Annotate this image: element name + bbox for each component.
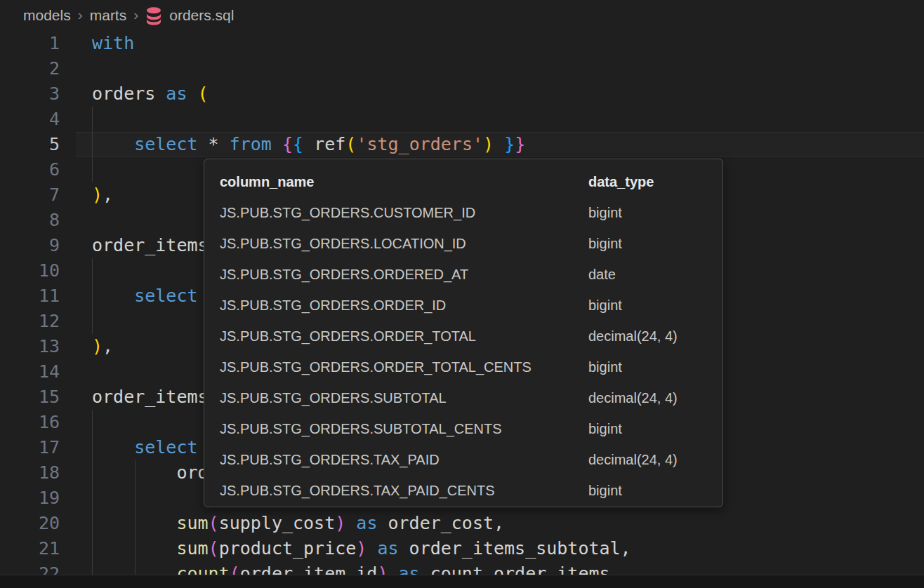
data-type-cell: date	[588, 259, 722, 290]
code-text: select	[92, 435, 198, 460]
line-number: 9	[0, 233, 60, 258]
hover-table-header: column_namedata_type	[220, 166, 722, 197]
line-number: 18	[0, 460, 60, 486]
line-number: 13	[0, 334, 60, 359]
code-line-20[interactable]: 20 sum(supply_cost) as order_cost,	[0, 511, 924, 536]
hover-popup: column_namedata_typeJS.PUB.STG_ORDERS.CU…	[204, 159, 723, 507]
breadcrumb-separator-icon: ›	[78, 6, 83, 23]
data-type-cell: decimal(24, 4)	[588, 382, 722, 413]
column-name-cell: JS.PUB.STG_ORDERS.ORDER_TOTAL_CENTS	[220, 352, 588, 382]
line-number: 11	[0, 283, 60, 309]
code-text: with	[92, 31, 134, 56]
database-icon	[146, 7, 161, 26]
column-name-cell: JS.PUB.STG_ORDERS.SUBTOTAL_CENTS	[220, 413, 588, 444]
line-number: 20	[0, 511, 60, 536]
column-name-cell: JS.PUB.STG_ORDERS.ORDER_TOTAL	[220, 321, 588, 352]
breadcrumb: models › marts › orders.sql	[0, 0, 924, 31]
hover-table-row: JS.PUB.STG_ORDERS.ORDERED_ATdate	[220, 259, 722, 290]
hover-table-row: JS.PUB.STG_ORDERS.TAX_PAIDdecimal(24, 4)	[220, 444, 722, 475]
breadcrumb-item-models[interactable]: models	[23, 7, 71, 24]
line-number: 12	[0, 309, 60, 334]
data-type-cell: bigint	[588, 352, 722, 382]
hover-table-row: JS.PUB.STG_ORDERS.LOCATION_IDbigint	[220, 228, 722, 259]
code-text: orders as (	[92, 81, 209, 107]
hover-table-row: JS.PUB.STG_ORDERS.CUSTOMER_IDbigint	[220, 197, 722, 228]
code-line-1[interactable]: 1with	[0, 31, 924, 56]
line-number: 14	[0, 359, 60, 385]
column-name-cell: JS.PUB.STG_ORDERS.TAX_PAID_CENTS	[220, 475, 588, 506]
column-name-cell: JS.PUB.STG_ORDERS.ORDER_ID	[220, 290, 588, 321]
line-number: 5	[0, 132, 60, 157]
code-line-5[interactable]: 5 select * from {{ ref('stg_orders') }}	[0, 132, 924, 157]
indent-guide	[92, 258, 93, 334]
line-number: 6	[0, 157, 60, 182]
data-type-cell: bigint	[588, 228, 722, 259]
code-text: sum(product_price) as order_items_subtot…	[92, 536, 631, 561]
hover-table-row: JS.PUB.STG_ORDERS.ORDER_TOTAL_CENTSbigin…	[220, 352, 722, 382]
code-text: sum(supply_cost) as order_cost,	[92, 511, 504, 536]
line-number: 17	[0, 435, 60, 460]
line-number: 21	[0, 536, 60, 561]
data-type-cell: decimal(24, 4)	[588, 321, 722, 352]
line-number: 15	[0, 385, 60, 410]
data-type-cell: data_type	[588, 166, 722, 197]
indent-guide	[92, 410, 93, 575]
column-name-cell: JS.PUB.STG_ORDERS.LOCATION_ID	[220, 228, 588, 259]
line-number: 10	[0, 258, 60, 283]
data-type-cell: bigint	[588, 290, 722, 321]
breadcrumb-item-marts[interactable]: marts	[90, 7, 127, 24]
hover-table-row: JS.PUB.STG_ORDERS.ORDER_TOTALdecimal(24,…	[220, 321, 722, 352]
line-number: 19	[0, 486, 60, 511]
breadcrumb-separator-icon: ›	[133, 6, 138, 23]
line-number: 8	[0, 208, 60, 233]
line-number: 3	[0, 81, 60, 107]
column-name-cell: JS.PUB.STG_ORDERS.SUBTOTAL	[220, 382, 588, 413]
column-name-cell: JS.PUB.STG_ORDERS.ORDERED_AT	[220, 259, 588, 290]
hover-table-row: JS.PUB.STG_ORDERS.ORDER_IDbigint	[220, 290, 722, 321]
code-text: ),	[92, 182, 113, 208]
data-type-cell: bigint	[588, 413, 722, 444]
line-number: 16	[0, 410, 60, 435]
code-line-3[interactable]: 3orders as (	[0, 81, 924, 107]
indent-guide	[92, 107, 93, 182]
code-text: select	[92, 283, 198, 309]
hover-table-row: JS.PUB.STG_ORDERS.SUBTOTALdecimal(24, 4)	[220, 382, 722, 413]
hover-table-row: JS.PUB.STG_ORDERS.TAX_PAID_CENTSbigint	[220, 475, 722, 506]
breadcrumb-item-file[interactable]: orders.sql	[169, 7, 234, 24]
data-type-cell: bigint	[588, 197, 722, 228]
code-text: ),	[92, 334, 113, 359]
indent-guide	[135, 460, 136, 575]
line-number: 4	[0, 107, 60, 132]
line-number: 1	[0, 31, 60, 56]
hover-table-row: JS.PUB.STG_ORDERS.SUBTOTAL_CENTSbigint	[220, 413, 722, 444]
data-type-cell: bigint	[588, 475, 722, 506]
line-number: 7	[0, 182, 60, 208]
line-number: 2	[0, 56, 60, 81]
code-line-4[interactable]: 4	[0, 107, 924, 132]
data-type-cell: decimal(24, 4)	[588, 444, 722, 475]
editor-window: models › marts › orders.sql 1with23order…	[0, 0, 924, 588]
column-name-cell: JS.PUB.STG_ORDERS.CUSTOMER_ID	[220, 197, 588, 228]
code-line-21[interactable]: 21 sum(product_price) as order_items_sub…	[0, 536, 924, 561]
column-name-cell: JS.PUB.STG_ORDERS.TAX_PAID	[220, 444, 588, 475]
panel-edge	[0, 575, 924, 588]
column-name-cell: column_name	[220, 166, 588, 197]
code-line-2[interactable]: 2	[0, 56, 924, 81]
code-text: select * from {{ ref('stg_orders') }}	[92, 132, 525, 157]
